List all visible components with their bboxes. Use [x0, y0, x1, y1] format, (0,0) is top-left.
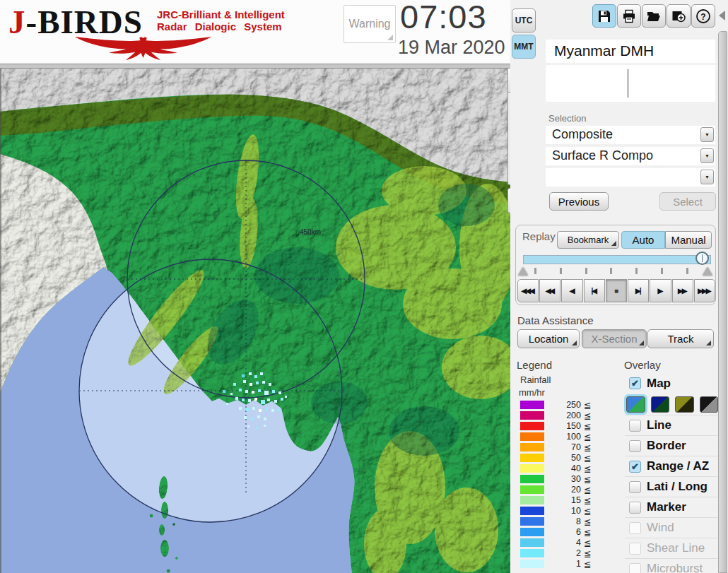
- playback-step-forward-button[interactable]: ▶|: [628, 279, 649, 302]
- legend-value: 40: [546, 463, 581, 473]
- panel-scrollbar[interactable]: [718, 31, 727, 573]
- slider-end-marker[interactable]: [703, 267, 712, 276]
- playback-fast-rewind-button[interactable]: ◀◀◀: [517, 279, 539, 302]
- replay-slider-handle[interactable]: [695, 252, 709, 265]
- help-button[interactable]: ?: [691, 4, 715, 28]
- checkbox[interactable]: [629, 420, 641, 432]
- data-assistance-label: Data Assistance: [517, 314, 594, 326]
- save-icon: [597, 9, 611, 23]
- x-section-button[interactable]: X-Section: [582, 329, 647, 348]
- legend-value: 70: [546, 442, 581, 452]
- add-image-button[interactable]: [667, 4, 691, 28]
- overlay-item-label: Map: [647, 377, 671, 391]
- overlay-item-map[interactable]: ✔Map: [625, 373, 718, 394]
- dropdown-option[interactable]: ▼: [546, 168, 715, 187]
- overlay-item-border[interactable]: Border: [625, 435, 718, 456]
- overlay-item-label: Marker: [647, 500, 686, 514]
- dropdown-product-value: Surface R Compo: [552, 148, 653, 163]
- legend-row: 1≦: [520, 559, 613, 569]
- chevron-down-icon[interactable]: ▼: [700, 127, 714, 142]
- timezone-utc-button[interactable]: UTC: [512, 8, 536, 33]
- legend-row: 6≦: [520, 527, 613, 538]
- panel-collapse-arrow-icon[interactable]: [719, 11, 725, 20]
- legend-row: 50≦: [520, 453, 613, 463]
- playback-play-reverse-button[interactable]: ◀: [561, 279, 582, 302]
- overlay-item-line[interactable]: Line: [625, 415, 718, 435]
- logo-title: J-BIRDS: [8, 3, 143, 41]
- map-canvas[interactable]: 450km: [0, 64, 510, 573]
- chevron-down-icon[interactable]: ▼: [700, 170, 714, 184]
- warning-label: Warning: [349, 18, 391, 30]
- legend-row: 250≦: [520, 400, 613, 410]
- legend-swatch: [520, 422, 544, 430]
- map-style-swatch-selected[interactable]: [626, 396, 645, 413]
- auto-mode-button[interactable]: Auto: [621, 231, 665, 249]
- overlay-item-range-az[interactable]: ✔Range / AZ: [625, 456, 718, 476]
- checked-checkbox[interactable]: ✔: [629, 377, 641, 389]
- map-viewport[interactable]: 450km: [0, 64, 510, 573]
- legend-swatch: [520, 401, 544, 409]
- legend-value: 8: [546, 516, 581, 526]
- bookmark-button[interactable]: Bookmark: [557, 231, 619, 249]
- save-button[interactable]: [592, 4, 616, 28]
- legend-swatch: [520, 464, 544, 473]
- warning-button[interactable]: Warning: [344, 5, 396, 43]
- slider-tick: [610, 268, 612, 274]
- slider-start-marker[interactable]: [518, 267, 528, 276]
- map-style-swatch[interactable]: [700, 396, 719, 413]
- print-button[interactable]: [617, 4, 641, 28]
- timezone-mmt-button[interactable]: MMT: [512, 35, 536, 59]
- legend-comparator: ≦: [584, 442, 591, 453]
- playback-controls: ◀◀◀◀◀◀|◀■▶|▶▶▶▶▶▶: [517, 279, 715, 302]
- overlay-label: Overlay: [624, 359, 661, 371]
- legend-value: 50: [546, 453, 581, 463]
- playback-rewind-button[interactable]: ◀◀: [539, 279, 560, 302]
- jbirds-application: J-BIRDS JRC-Brilliant & Intelligent Rada…: [0, 0, 728, 573]
- overlay-item-marker[interactable]: Marker: [625, 497, 718, 517]
- legend-value: 1: [546, 559, 581, 569]
- checkbox[interactable]: [629, 481, 641, 493]
- overlay-item-label: Lati / Long: [647, 480, 708, 494]
- map-style-swatch[interactable]: [675, 396, 694, 413]
- manual-mode-button[interactable]: Manual: [665, 231, 712, 249]
- legend-value: 2: [546, 548, 581, 558]
- replay-slider-track[interactable]: [523, 255, 711, 264]
- playback-step-back-button[interactable]: |◀: [584, 279, 605, 302]
- dropdown-category[interactable]: Composite ▼: [546, 126, 715, 144]
- checkbox[interactable]: [629, 440, 641, 452]
- site-name-field[interactable]: Myanmar DMH: [546, 40, 715, 63]
- clock-time: 07:03: [400, 0, 487, 36]
- logo-title-j: J: [8, 4, 26, 40]
- location-button[interactable]: Location: [517, 329, 580, 348]
- legend-value: 100: [546, 432, 581, 442]
- map-style-swatch[interactable]: [651, 396, 670, 413]
- legend-row: 20≦: [520, 485, 613, 495]
- chevron-down-icon[interactable]: ▼: [700, 148, 714, 163]
- slider-tick: [585, 268, 587, 274]
- playback-fastest-forward-button[interactable]: ▶▶▶: [694, 279, 715, 302]
- jbirds-logo: J-BIRDS JRC-Brilliant & Intelligent Rada…: [4, 1, 287, 61]
- previous-button[interactable]: Previous: [549, 192, 609, 211]
- legend-value: 4: [546, 538, 581, 548]
- legend-comparator: ≦: [584, 474, 591, 485]
- track-button[interactable]: Track: [647, 329, 714, 348]
- overlay-item-lati-long[interactable]: Lati / Long: [625, 476, 718, 497]
- checkbox: [629, 543, 641, 555]
- checkbox[interactable]: [629, 502, 641, 514]
- legend-value: 250: [546, 400, 581, 410]
- add-image-icon: [671, 9, 686, 23]
- legend-swatch: [520, 560, 544, 568]
- site-detail-field[interactable]: [546, 65, 715, 102]
- overlay-item-label: Border: [647, 439, 686, 453]
- playback-fast-forward-button[interactable]: ▶▶: [672, 279, 693, 302]
- checked-checkbox[interactable]: ✔: [629, 461, 641, 473]
- dropdown-product[interactable]: Surface R Compo ▼: [546, 147, 715, 165]
- open-folder-button[interactable]: [642, 4, 666, 28]
- legend-comparator: ≦: [584, 527, 591, 538]
- legend-swatch: [520, 485, 544, 494]
- logo-tagline-line2: Radar Dialogic System: [157, 20, 285, 33]
- legend-value: 200: [546, 410, 581, 420]
- playback-stop-button[interactable]: ■: [606, 279, 627, 302]
- field-divider: [628, 69, 628, 98]
- playback-play-button[interactable]: ▶: [650, 279, 671, 302]
